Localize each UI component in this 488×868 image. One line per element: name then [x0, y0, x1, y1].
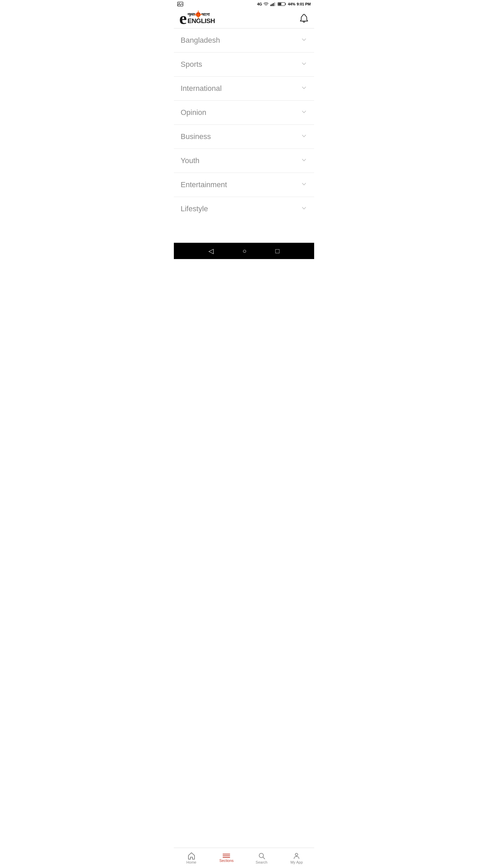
chevron-icon-bangladesh: [301, 36, 307, 45]
logo-right: প্রথম আলো ENGLISH: [187, 12, 215, 25]
chevron-icon-opinion: [301, 108, 307, 117]
section-item-business[interactable]: Business: [174, 125, 314, 149]
status-right: 4G 44% 9:01 PM: [257, 2, 311, 6]
section-item-entertainment[interactable]: Entertainment: [174, 173, 314, 197]
section-label-bangladesh: Bangladesh: [181, 36, 220, 45]
chevron-icon-youth: [301, 157, 307, 165]
chevron-icon-lifestyle: [301, 205, 307, 213]
chevron-icon-entertainment: [301, 181, 307, 189]
network-type: 4G: [257, 2, 262, 6]
svg-rect-7: [285, 3, 286, 5]
svg-rect-8: [278, 3, 281, 5]
svg-rect-2: [270, 5, 271, 6]
section-item-bangladesh[interactable]: Bangladesh: [174, 28, 314, 53]
logo-row1: প্রথম আলো: [187, 12, 215, 17]
bell-icon[interactable]: [299, 14, 309, 23]
logo-e-letter: e: [179, 10, 187, 27]
recents-button[interactable]: □: [275, 247, 279, 255]
logo-bangla-part2: আলো: [201, 12, 210, 17]
section-item-sports[interactable]: Sports: [174, 53, 314, 77]
section-label-opinion: Opinion: [181, 108, 206, 117]
svg-rect-4: [273, 3, 274, 6]
chevron-icon-sports: [301, 60, 307, 69]
section-item-international[interactable]: International: [174, 77, 314, 101]
time: 9:01 PM: [297, 2, 311, 6]
android-nav: ◁ ○ □: [174, 243, 314, 259]
logo-sun: [196, 12, 201, 17]
status-bar: 4G 44% 9:01 PM: [174, 0, 314, 8]
back-button[interactable]: ◁: [208, 247, 214, 255]
wifi-icon: [263, 2, 269, 6]
section-label-business: Business: [181, 132, 211, 141]
section-label-sports: Sports: [181, 60, 202, 69]
svg-rect-3: [272, 4, 273, 6]
chevron-icon-international: [301, 84, 307, 93]
home-button[interactable]: ○: [242, 247, 246, 255]
battery-percent: 44%: [288, 2, 295, 6]
signal-icon: [270, 2, 276, 6]
logo-english: ENGLISH: [187, 17, 215, 25]
content-area: BangladeshSportsInternationalOpinionBusi…: [174, 28, 314, 243]
header: e প্রথম আলো ENGLISH: [174, 8, 314, 28]
section-item-lifestyle[interactable]: Lifestyle: [174, 197, 314, 221]
battery-icon: [278, 2, 286, 6]
section-label-youth: Youth: [181, 156, 199, 165]
section-item-opinion[interactable]: Opinion: [174, 101, 314, 125]
section-label-lifestyle: Lifestyle: [181, 204, 208, 213]
sections-list: BangladeshSportsInternationalOpinionBusi…: [174, 28, 314, 221]
section-label-international: International: [181, 84, 222, 93]
section-label-entertainment: Entertainment: [181, 180, 227, 189]
status-left: [177, 1, 183, 7]
logo-area: e প্রথম আলো ENGLISH: [179, 10, 215, 27]
chevron-icon-business: [301, 133, 307, 141]
section-item-youth[interactable]: Youth: [174, 149, 314, 173]
svg-rect-5: [274, 2, 275, 6]
image-icon: [177, 1, 183, 7]
